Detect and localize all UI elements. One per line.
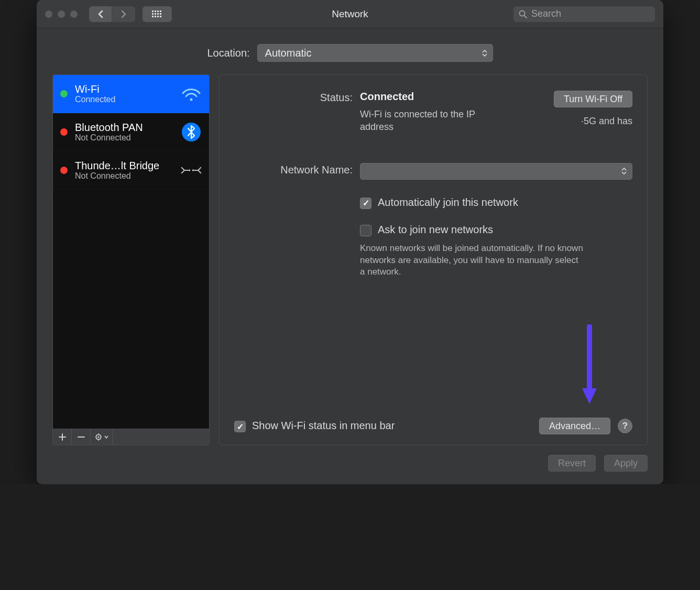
ask-join-label: Ask to join new networks xyxy=(378,224,493,236)
svg-line-25 xyxy=(100,439,100,439)
titlebar: Network Search xyxy=(37,0,663,28)
sidebar-item-status: Not Connected xyxy=(75,171,173,181)
minimize-window-button[interactable] xyxy=(58,10,65,18)
svg-rect-6 xyxy=(157,13,159,15)
nav-back-forward xyxy=(89,6,135,22)
svg-line-24 xyxy=(96,435,96,435)
revert-button[interactable]: Revert xyxy=(548,455,596,472)
detail-panel: Status: Connected Wi-Fi is connected to … xyxy=(219,74,648,445)
status-extra: ·5G and has xyxy=(581,115,632,127)
search-placeholder: Search xyxy=(531,8,561,19)
back-button[interactable] xyxy=(89,6,112,22)
ask-join-checkbox[interactable] xyxy=(360,225,371,236)
ask-join-row: Ask to join new networks Known networks … xyxy=(234,224,632,279)
svg-point-17 xyxy=(192,169,194,171)
location-row: Location: Automatic xyxy=(37,28,663,74)
svg-rect-3 xyxy=(160,10,161,12)
sidebar-item-text: Thunde…lt Bridge Not Connected xyxy=(75,160,173,181)
network-name-label: Network Name: xyxy=(234,163,360,176)
network-name-row: Network Name: xyxy=(234,163,632,180)
arrow-down-icon xyxy=(579,324,600,408)
sidebar-item-wifi[interactable]: Wi-Fi Connected xyxy=(53,75,209,113)
auto-join-label: Automatically join this network xyxy=(378,196,518,209)
svg-rect-5 xyxy=(155,13,156,15)
svg-point-14 xyxy=(190,99,193,101)
chevron-updown-icon xyxy=(482,50,487,57)
grid-icon xyxy=(152,10,162,18)
auto-join-checkbox-row[interactable]: Automatically join this network xyxy=(360,196,632,209)
svg-rect-8 xyxy=(152,16,154,17)
interface-actions-button[interactable] xyxy=(91,429,113,445)
button-bar: Revert Apply xyxy=(37,445,663,484)
svg-rect-11 xyxy=(160,16,161,17)
auto-join-row: Automatically join this network xyxy=(234,196,632,209)
sidebar-footer xyxy=(52,429,210,445)
location-label: Location: xyxy=(207,47,249,59)
sidebar-item-text: Bluetooth PAN Not Connected xyxy=(75,122,173,143)
sidebar-item-thunderbolt[interactable]: Thunde…lt Bridge Not Connected xyxy=(53,151,209,190)
network-name-select[interactable] xyxy=(360,163,632,180)
svg-rect-7 xyxy=(160,13,161,15)
svg-line-27 xyxy=(100,435,100,435)
minus-icon xyxy=(78,433,85,441)
gear-icon xyxy=(95,433,103,441)
status-description: Wi-Fi is connected to the IP address xyxy=(360,108,475,134)
remove-interface-button[interactable] xyxy=(72,429,91,445)
network-preferences-window: Network Search Location: Automatic xyxy=(37,0,663,484)
location-value: Automatic xyxy=(265,47,312,59)
wifi-toggle-button[interactable]: Turn Wi-Fi Off xyxy=(554,91,632,107)
status-row: Status: Connected Wi-Fi is connected to … xyxy=(234,91,632,134)
sidebar-item-title: Thunde…lt Bridge xyxy=(75,160,173,171)
show-all-prefs-button[interactable] xyxy=(143,6,172,22)
status-dot-icon xyxy=(60,128,68,136)
advanced-button[interactable]: Advanced… xyxy=(539,418,610,434)
chevron-down-icon xyxy=(104,435,108,439)
location-select[interactable]: Automatic xyxy=(257,44,493,62)
show-menubar-label: Show Wi-Fi status in menu bar xyxy=(252,420,395,432)
status-value: Connected xyxy=(360,91,475,103)
svg-rect-1 xyxy=(155,10,156,12)
plus-icon xyxy=(59,433,66,441)
svg-rect-2 xyxy=(157,10,159,12)
search-input[interactable]: Search xyxy=(513,6,655,22)
status-dot-icon xyxy=(60,90,68,97)
svg-line-26 xyxy=(96,439,96,439)
svg-line-13 xyxy=(524,15,527,18)
sidebar-item-bluetooth[interactable]: Bluetooth PAN Not Connected xyxy=(53,113,209,151)
svg-point-16 xyxy=(189,169,190,171)
close-window-button[interactable] xyxy=(45,10,52,18)
sidebar-item-text: Wi-Fi Connected xyxy=(75,83,173,104)
svg-rect-0 xyxy=(152,10,154,12)
svg-rect-10 xyxy=(157,16,159,17)
svg-point-19 xyxy=(97,436,99,438)
wifi-icon xyxy=(181,86,202,102)
show-menubar-checkbox[interactable] xyxy=(234,421,246,432)
add-interface-button[interactable] xyxy=(53,429,72,445)
sidebar-item-status: Not Connected xyxy=(75,133,173,143)
auto-join-checkbox[interactable] xyxy=(360,198,371,209)
forward-button[interactable] xyxy=(112,6,135,22)
ask-join-hint: Known networks will be joined automatica… xyxy=(360,243,585,279)
zoom-window-button[interactable] xyxy=(70,10,78,18)
svg-rect-4 xyxy=(152,13,154,15)
search-icon xyxy=(519,10,527,18)
chevron-updown-icon xyxy=(621,168,627,174)
status-label: Status: xyxy=(234,91,360,104)
status-dot-icon xyxy=(60,167,68,174)
ask-join-checkbox-row[interactable]: Ask to join new networks xyxy=(360,224,632,236)
detail-footer: Show Wi-Fi status in menu bar Advanced… … xyxy=(234,418,632,434)
annotation-arrow xyxy=(579,324,600,408)
svg-rect-9 xyxy=(155,16,156,17)
bluetooth-icon xyxy=(181,123,202,141)
help-button[interactable]: ? xyxy=(618,419,632,433)
content-area: Wi-Fi Connected Bluetooth PAN xyxy=(37,74,663,445)
thunderbolt-bridge-icon xyxy=(181,163,202,178)
show-menubar-row[interactable]: Show Wi-Fi status in menu bar xyxy=(234,420,395,432)
traffic-lights xyxy=(45,10,78,18)
sidebar-column: Wi-Fi Connected Bluetooth PAN xyxy=(52,74,210,445)
apply-button[interactable]: Apply xyxy=(604,455,648,472)
sidebar-item-status: Connected xyxy=(75,95,173,104)
sidebar-item-title: Wi-Fi xyxy=(75,83,173,95)
interface-list: Wi-Fi Connected Bluetooth PAN xyxy=(52,74,210,429)
sidebar-item-title: Bluetooth PAN xyxy=(75,122,173,133)
